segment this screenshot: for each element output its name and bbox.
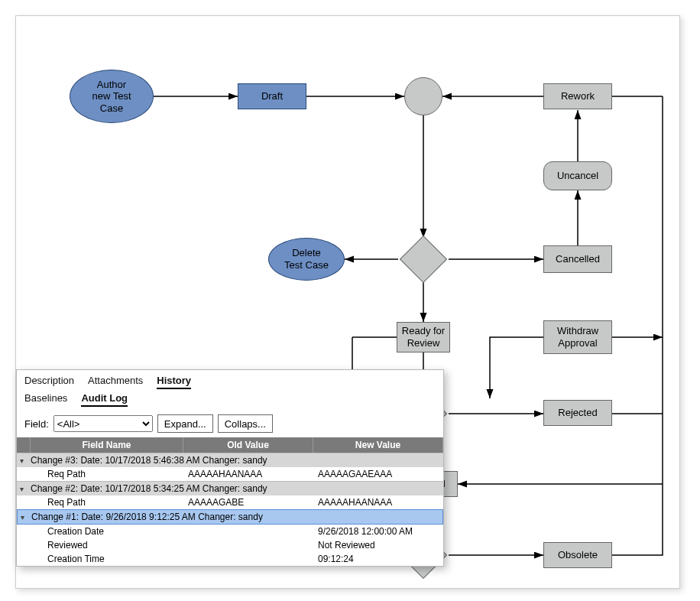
node-uncancel: Uncancel (543, 161, 612, 190)
node-ready-label: Ready for Review (402, 325, 445, 349)
changes-list: ▾Change #3: Date: 10/17/2018 5:46:38 AM … (17, 453, 443, 566)
col-old-value: Old Value (183, 437, 313, 453)
node-rework-label: Rework (561, 90, 595, 102)
collapse-all-button[interactable]: Collaps... (218, 414, 273, 433)
change-data-row[interactable]: Creation Date9/26/2018 12:00:00 AM (17, 525, 443, 538)
node-delete: Delete Test Case (268, 238, 345, 281)
change-data-row[interactable]: Req PathAAAAAGABEAAAAAHAANAAA (17, 495, 443, 509)
change-group-header[interactable]: ▾Change #1: Date: 9/26/2018 9:12:25 AM C… (17, 509, 443, 525)
node-rejected: Rejected (543, 400, 612, 426)
node-draft: Draft (238, 83, 306, 109)
node-cancelled-label: Cancelled (556, 253, 600, 265)
change-data-row[interactable]: Creation Time09:12:24 (17, 552, 443, 566)
node-author: Author new Test Case (70, 70, 154, 123)
node-decision-1 (400, 236, 447, 283)
tab-row-sub: Baselines Audit Log (17, 392, 443, 410)
tab-attachments[interactable]: Attachments (88, 375, 143, 389)
field-label: Field: (24, 418, 49, 430)
node-rework: Rework (543, 83, 612, 109)
tab-history[interactable]: History (157, 375, 191, 389)
tab-row-top: Description Attachments History (17, 370, 443, 392)
field-select[interactable]: <All> (53, 415, 153, 432)
node-rejected-label: Rejected (558, 407, 597, 419)
node-draft-label: Draft (261, 90, 283, 102)
change-group-header[interactable]: ▾Change #2: Date: 10/17/2018 5:34:25 AM … (17, 481, 443, 495)
node-cancelled: Cancelled (543, 245, 612, 273)
tab-baselines[interactable]: Baselines (24, 392, 67, 407)
node-obsolete-label: Obsolete (558, 549, 598, 561)
expand-all-button[interactable]: Expand... (157, 414, 213, 433)
col-new-value: New Value (313, 437, 443, 453)
col-field-name: Field Name (31, 437, 183, 453)
change-data-row[interactable]: Req PathAAAAAHAANAAAAAAAAGAAEAAA (17, 467, 443, 481)
grid-header: Field Name Old Value New Value (17, 437, 443, 453)
field-filter-row: Field: <All> Expand... Collaps... (17, 410, 443, 437)
node-withdraw: Withdraw Approval (543, 320, 612, 354)
change-data-row[interactable]: ReviewedNot Reviewed (17, 538, 443, 552)
node-merge-circle (404, 77, 442, 115)
node-author-label: Author new Test Case (92, 79, 131, 115)
node-uncancel-label: Uncancel (557, 170, 598, 182)
tab-audit-log[interactable]: Audit Log (81, 392, 128, 407)
diagram-canvas: Author new Test Case Draft Rework Uncanc… (15, 15, 680, 589)
node-ready: Ready for Review (397, 322, 450, 352)
audit-log-panel: Description Attachments History Baseline… (16, 369, 444, 567)
node-obsolete: Obsolete (543, 542, 612, 568)
change-group-header[interactable]: ▾Change #3: Date: 10/17/2018 5:46:38 AM … (17, 453, 443, 467)
node-withdraw-label: Withdraw Approval (557, 325, 598, 349)
node-delete-label: Delete Test Case (284, 247, 329, 271)
tab-description[interactable]: Description (24, 375, 74, 389)
